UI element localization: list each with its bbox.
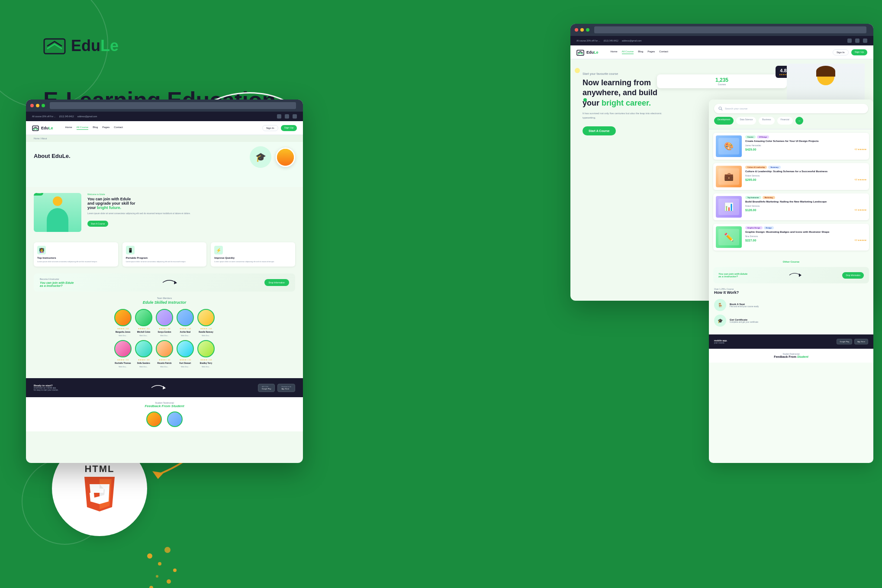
course-badges-4: Graphic Design Design xyxy=(745,226,866,229)
app-store-btn[interactable]: Download on the App Store xyxy=(277,384,295,392)
svg-marker-6 xyxy=(163,386,166,389)
course-meta-4: Nina Simmons xyxy=(745,235,866,238)
team-name-8: Ricardo Patrick xyxy=(157,362,171,364)
back-signin[interactable]: Sign In xyxy=(833,49,849,55)
front-nav-course: All Course xyxy=(77,126,89,130)
about-person-image xyxy=(34,193,81,232)
other-course-link[interactable]: Other Course xyxy=(709,254,873,267)
front-nav-blog: Blog xyxy=(93,126,98,130)
filter-tab-more[interactable]: → xyxy=(795,117,803,125)
course-bottom-4: $227.00 4.9 ★★★★★ xyxy=(745,239,866,242)
courses-search[interactable]: Search your course xyxy=(714,104,868,113)
right-instructor-btn[interactable]: Drop Information xyxy=(842,272,864,279)
front-brand-icon xyxy=(32,125,39,131)
front-signup[interactable]: Sign Up xyxy=(281,125,297,131)
course-thumb-1: 🎨 xyxy=(716,135,742,157)
about-image-box: 28+ Year xyxy=(34,193,81,232)
social-icon-tw xyxy=(855,39,859,43)
deco-dot-hero-2 xyxy=(583,98,587,102)
feature-desc-instructors: Lorem ipsum dolor sit amet consectetur a… xyxy=(37,260,115,263)
course-badge2-3: Marketing xyxy=(763,196,775,199)
front-nav-brand: EduLe xyxy=(32,125,53,131)
team-role-10: Web Dev... xyxy=(202,366,210,368)
course-meta-2: Robert Simmons xyxy=(745,175,866,177)
hiw-title: How It Work? xyxy=(714,290,868,295)
feature-title-instructors: Top Instructors xyxy=(37,257,115,259)
team-member-8: ★★★★☆ 4.2 Ricardo Patrick Web Dev... xyxy=(156,340,173,368)
courses-google-play[interactable]: Google Play xyxy=(837,339,852,344)
team-eyebrow: Team Members xyxy=(34,297,295,299)
back-signup[interactable]: Sign Up xyxy=(851,49,867,55)
team-member-2: ★★★★☆ 4.1 Mitchell Colon Web Dev... xyxy=(135,309,152,337)
filter-tab-data[interactable]: Data Science xyxy=(736,117,756,125)
team-name-10: Bradley Terry xyxy=(200,362,212,364)
rating-stars: ★★★★★ xyxy=(779,73,788,76)
front-nav-pages: Pages xyxy=(102,126,109,130)
team-rating-9: ★★★★☆ 4.1 xyxy=(180,359,191,361)
back-cta-btn[interactable]: Start A Course xyxy=(583,126,616,135)
svg-marker-5 xyxy=(174,281,177,284)
svg-line-8 xyxy=(721,109,723,111)
browser-dot-green xyxy=(586,28,589,32)
feature-item-program: 📱 Portable Program Lorem ipsum dolor sit… xyxy=(122,242,207,267)
front-signin[interactable]: Sign In xyxy=(262,125,278,131)
about-cta-btn[interactable]: Start A Course xyxy=(87,221,108,227)
google-play-btn[interactable]: GET IT ON Google Play xyxy=(258,384,275,392)
front-social-fb xyxy=(277,114,281,119)
team-name-7: Della Sanders xyxy=(137,362,150,364)
feature-item-instructors: 👩‍🏫 Top Instructors Lorem ipsum dolor si… xyxy=(34,242,118,267)
team-member-10: ★★★★☆ 4.4 Bradley Terry Web Dev... xyxy=(197,340,215,368)
feature-title-improve: Improve Quickly xyxy=(214,257,292,259)
team-avatar-7 xyxy=(135,340,152,357)
stats-num: 1,235 xyxy=(661,77,782,83)
course-title-3: Build Brand/Info Marketing: Nailing the … xyxy=(745,200,866,204)
team-rating-3: ★★★★☆ 4.3 xyxy=(159,328,171,330)
feature-icon-improve: ⚡ xyxy=(214,246,223,254)
about-welcome: Welcome to Edule xyxy=(87,193,295,196)
courses-app-cta: mobile app. your course. Google Play App… xyxy=(709,334,873,349)
back-topbar: All course 20% off For ... (012) 345-941… xyxy=(570,36,873,45)
browser-url-bar xyxy=(594,26,866,33)
front-hero-deco: 🎓 xyxy=(250,146,271,168)
team-section: Team Members Edule Skilled Instructor ★★… xyxy=(26,292,303,376)
team-member-5: ★★★★☆ 4.4 Randle Ramsey Web Dev... xyxy=(197,309,215,337)
front-dot-yellow xyxy=(36,104,39,107)
team-rating-1: ★★★★☆ 4.3 xyxy=(117,328,129,330)
feature-item-improve: ⚡ Improve Quickly Lorem ipsum dolor sit … xyxy=(211,242,295,267)
course-title-4: Graphic Design: Illustrating Badges and … xyxy=(745,231,866,234)
back-brand-name: EduLe xyxy=(586,50,599,55)
browser-dot-yellow xyxy=(580,28,584,32)
app-cta-arrow xyxy=(149,383,167,392)
team-role-1: Web Dev... xyxy=(119,334,127,337)
front-page-title: About EduLe. xyxy=(34,153,71,159)
course-price-1: $429.00 xyxy=(745,148,756,151)
team-rating-4: ★★★★☆ 4.2 xyxy=(180,328,191,330)
filter-tab-development[interactable]: Development xyxy=(714,117,734,125)
course-info-3: Top Instructor Marketing Build Brand/Inf… xyxy=(745,196,866,218)
team-avatar-8 xyxy=(156,340,173,357)
course-price-4: $227.00 xyxy=(745,239,756,242)
filter-tab-business[interactable]: Business xyxy=(759,117,774,125)
team-rating-7: ★★★★☆ 4.3 xyxy=(138,359,150,361)
course-badge1-3: Top Instructor xyxy=(745,196,761,199)
course-title-2: Culture & Leadership: Scaling Schemas fo… xyxy=(745,170,866,174)
course-price-3: $126.00 xyxy=(745,209,756,212)
team-member-6: ★★★★☆ 4.1 Rochelle Thomas Web Dev... xyxy=(114,340,132,368)
course-price-2: $295.00 xyxy=(745,178,756,181)
filter-tab-financial[interactable]: Financial xyxy=(777,117,793,125)
front-dot-green xyxy=(42,104,45,107)
hiw-step-icon-2: 🎓 xyxy=(714,315,726,327)
front-topbar-links: All course 20% off For ... (012) 345-941… xyxy=(32,115,97,118)
course-bottom-3: $126.00 4.6 ★★★★★ xyxy=(745,209,866,212)
team-grid-row1: ★★★★☆ 4.3 Margarita Jones Web Dev... ★★★… xyxy=(34,309,295,337)
about-text-box: Welcome to Edule You can join with Edule… xyxy=(87,193,295,232)
instructor-cta-btn[interactable]: Drop Information xyxy=(264,279,289,286)
course-badges-3: Top Instructor Marketing xyxy=(745,196,866,199)
team-avatar-6 xyxy=(114,340,132,357)
courses-app-store[interactable]: App Store xyxy=(854,339,868,344)
back-nav-home: Home xyxy=(611,50,618,54)
back-nav-contact: Contact xyxy=(659,50,668,54)
social-icon-fb xyxy=(847,39,852,43)
rating-num: 4.8 xyxy=(779,68,788,73)
team-avatar-1 xyxy=(114,309,132,326)
